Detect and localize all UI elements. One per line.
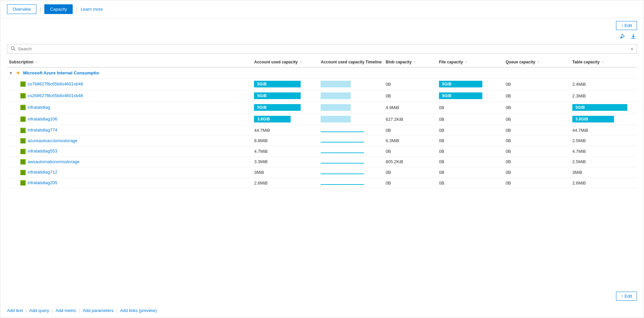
cell-blob-capacity: 0B [384, 146, 437, 157]
learn-more-link[interactable]: Learn more [81, 7, 103, 12]
group-chevron-icon[interactable]: ▼ [9, 71, 13, 75]
row-name-link[interactable]: cs268627f8c65b8x4601xb48 [28, 93, 83, 98]
footer: Add text | Add query | Add metric | Add … [0, 303, 644, 318]
row-name-link[interactable]: infralabdiag774 [28, 127, 57, 132]
table-header: Subscription ↕ Account used capacity ↕ A… [7, 57, 637, 67]
svg-rect-30 [21, 151, 25, 152]
svg-rect-31 [21, 152, 25, 153]
row-name-link[interactable]: azureautoacctomsstorage [28, 138, 78, 143]
cell-queue-capacity: 0B [504, 90, 570, 102]
footer-link-add-query[interactable]: Add query [29, 308, 49, 313]
cell-file-capacity: 0B [437, 167, 504, 178]
svg-rect-43 [21, 184, 25, 185]
table-row: cs768627f8c65b8x4601xb48 5GiB0B 5GiB0B2.… [7, 78, 637, 90]
cell-name: infralabdiag553 [7, 146, 252, 157]
footer-link-add-parameters[interactable]: Add parameters [83, 308, 114, 313]
cell-blob-capacity: 0B [384, 178, 437, 188]
cell-table-capacity: 5GiB [570, 102, 637, 113]
edit-button-bottom[interactable]: ↑ Edit [616, 292, 637, 301]
cell-timeline [319, 90, 384, 102]
footer-link-add-text[interactable]: Add text [7, 308, 23, 313]
col-queue-capacity: Queue capacity ↕ [504, 57, 570, 67]
cell-file-capacity: 0B [437, 135, 504, 146]
icon-toolbar [0, 31, 644, 44]
table-body: ▼ ★ Microsoft Azure Internal Consumptio … [7, 67, 637, 188]
cell-account-capacity: 5GiB [252, 78, 319, 90]
cell-account-capacity: 2.6MiB [252, 178, 319, 188]
svg-line-3 [14, 49, 15, 51]
timeline-bar [321, 92, 364, 99]
account-capacity-bar: 5GiB [254, 81, 301, 87]
row-name-link[interactable]: infralabdiag [28, 105, 50, 110]
row-name-link[interactable]: awsautomationomsstorage [28, 159, 79, 164]
footer-link-add-metric[interactable]: Add metric [56, 308, 76, 313]
row-name-link[interactable]: cs768627f8c65b8x4601xb48 [28, 81, 83, 86]
cell-queue-capacity: 0B [504, 178, 570, 188]
cell-name: cs768627f8c65b8x4601xb48 [7, 78, 252, 90]
col-blob-capacity: Blob capacity ↕ [384, 57, 437, 67]
footer-link-add-links[interactable]: Add links (preview) [120, 308, 157, 313]
sort-icon-account-capacity[interactable]: ↕ [300, 61, 302, 64]
timeline-line [321, 142, 364, 142]
cell-timeline [319, 156, 384, 167]
timeline-line [321, 184, 364, 185]
storage-icon [20, 138, 26, 143]
cell-table-capacity: 44.7MiB [570, 125, 637, 136]
cell-name: infralabdiag774 [7, 125, 252, 136]
cell-account-capacity: 5GiB [252, 102, 319, 113]
cell-timeline [319, 146, 384, 157]
svg-rect-41 [21, 181, 25, 182]
table-row: infralabdiag106 3.8GiB627.2KiB0B0B 3.8Gi… [7, 113, 637, 125]
group-icon: ★ [16, 70, 20, 75]
cell-table-capacity: 2.5MiB [570, 135, 637, 146]
capacity-button[interactable]: Capacity [44, 4, 73, 14]
cell-blob-capacity: 805.2KiB [384, 156, 437, 167]
storage-icon [20, 105, 26, 110]
svg-rect-33 [21, 160, 25, 161]
timeline-bar [321, 116, 364, 122]
sort-icon-blob[interactable]: ↕ [414, 61, 416, 64]
nav-divider-1: | [40, 6, 41, 12]
svg-rect-34 [21, 162, 25, 163]
storage-icon [20, 170, 26, 175]
sort-icon-table[interactable]: ↕ [602, 61, 604, 64]
footer-sep-3: | [79, 308, 80, 313]
sort-icon-subscription[interactable]: ↕ [36, 61, 38, 64]
cell-queue-capacity: 0B [504, 102, 570, 113]
overview-button[interactable]: Overview [7, 4, 36, 14]
svg-rect-15 [21, 108, 25, 109]
cell-table-capacity: 2.6MiB [570, 178, 637, 188]
cell-queue-capacity: 0B [504, 135, 570, 146]
search-clear-button[interactable]: × [631, 46, 633, 52]
svg-rect-39 [21, 174, 25, 175]
edit-button-top[interactable]: ↑ Edit [616, 21, 637, 30]
cell-blob-capacity: 0B [384, 78, 437, 90]
search-input[interactable] [18, 46, 631, 51]
cell-blob-capacity: 0B [384, 167, 437, 178]
cell-name: awsautomationomsstorage [7, 156, 252, 167]
file-capacity-bar: 5GiB [439, 81, 482, 87]
table-row: infralabdiag5534.7MiB0B0B0B4.7MiB [7, 146, 637, 157]
cell-queue-capacity: 0B [504, 167, 570, 178]
cell-account-capacity: 4.7MiB [252, 146, 319, 157]
row-name-link[interactable]: infralabdiag106 [28, 116, 57, 121]
row-name-link[interactable]: infralabdiag205 [28, 180, 57, 185]
svg-rect-10 [21, 95, 25, 96]
svg-rect-22 [21, 130, 25, 131]
cell-account-capacity: 3.8GiB [252, 113, 319, 125]
search-icon [11, 46, 15, 52]
sort-icon-file[interactable]: ↕ [465, 61, 467, 64]
download-button[interactable] [630, 33, 637, 41]
col-account-used-capacity-timeline: Account used capacity Timeline [319, 57, 384, 67]
svg-rect-27 [21, 142, 25, 143]
pin-button[interactable] [618, 33, 626, 41]
cell-blob-capacity: 0B [384, 125, 437, 136]
account-capacity-bar: 5GiB [254, 104, 301, 111]
cell-account-capacity: 5GiB [252, 90, 319, 102]
row-name-link[interactable]: infralabdiag553 [28, 148, 57, 153]
cell-timeline [319, 178, 384, 188]
group-name-link[interactable]: Microsoft Azure Internal Consumptio [23, 70, 99, 75]
account-capacity-bar: 5GiB [254, 92, 301, 99]
row-name-link[interactable]: infralabdiag712 [28, 170, 57, 175]
sort-icon-queue[interactable]: ↕ [538, 61, 539, 64]
